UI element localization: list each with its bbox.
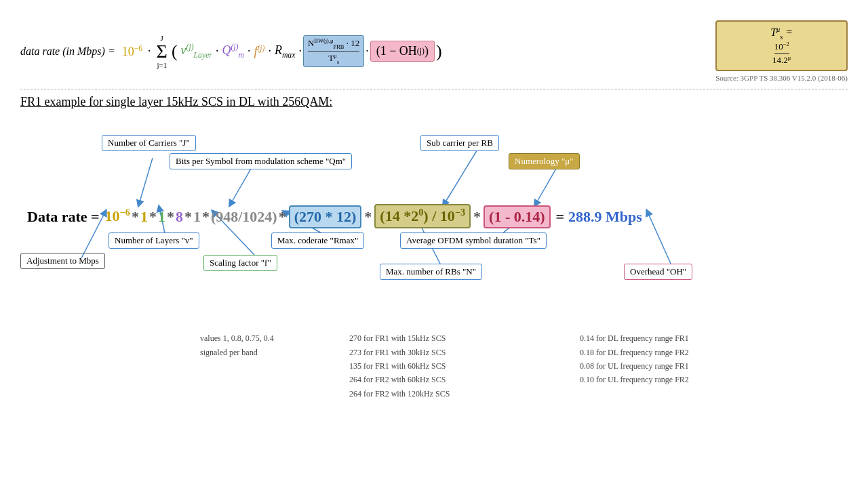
r-term: Rmax <box>275 43 295 60</box>
m1: * <box>132 208 139 226</box>
ts-label: Tμs = <box>770 26 793 41</box>
max-coderate-label: Max. coderate "Rmax" <box>271 232 364 249</box>
num-layers-label: Number of Layers "v" <box>108 232 199 249</box>
dot2: · <box>248 44 251 58</box>
dr-label: Data rate = <box>27 208 100 226</box>
svg-line-1 <box>231 169 251 204</box>
page-container: data rate (in Mbps) = 10−6 · J Σ j=1 ( v… <box>0 0 868 488</box>
dr-pink-box: (1 - 0.14) <box>484 205 550 228</box>
ts-den: 14.2μ <box>772 54 791 66</box>
top-formula-section: data rate (in Mbps) = 10−6 · J Σ j=1 ( v… <box>20 20 848 82</box>
formula-label: data rate (in Mbps) = <box>20 45 115 58</box>
dot5: · <box>366 44 369 58</box>
m7: * <box>364 208 372 226</box>
diagram-area: Number of Carriers "J" Bits per Symbol f… <box>20 123 848 407</box>
num-carriers-label: Number of Carriers "J" <box>102 135 196 151</box>
close-paren: ) <box>436 41 442 62</box>
side-box-container: Tμs = 10−2 14.2μ Source: 3GPP TS 38.306 … <box>715 20 848 82</box>
dr-result: 288.9 Mbps <box>568 208 642 226</box>
dr-1e-6: 10−6 <box>105 207 130 225</box>
svg-line-10 <box>648 212 671 265</box>
blue-den: Tμs <box>328 52 339 65</box>
m3: * <box>167 208 174 226</box>
bits-per-symbol-label: Bits per Symbol from modulation scheme "… <box>170 153 352 169</box>
formula-dot: · <box>148 44 151 58</box>
m6: * <box>279 208 286 226</box>
blue-fraction-box: NBW(j),μPRB · 12 Tμs <box>303 35 364 67</box>
v-term: v(j)Layer <box>181 43 212 60</box>
ts-fraction: 10−2 14.2μ <box>772 41 791 66</box>
fr1-title: FR1 example for single layer 15kHz SCS i… <box>20 95 848 109</box>
dr-eq: = <box>556 208 565 226</box>
rbs-note: 270 for FR1 with 15kHz SCS 273 for FR1 w… <box>349 331 526 401</box>
data-rate-line: Data rate = 10−6 * 1 * 1 * 8 * 1 * (948/… <box>27 204 642 228</box>
blue-num: NBW(j),μPRB · 12 <box>308 37 359 52</box>
adjustment-label: Adjustment to Mbps <box>20 253 105 269</box>
m5: * <box>202 208 210 226</box>
sum-bot: j=1 <box>157 61 167 69</box>
max-rbs-label: Max. number of RBs "N" <box>380 264 482 280</box>
formula-main: data rate (in Mbps) = 10−6 · J Σ j=1 ( v… <box>20 34 443 69</box>
dr-t4: 1 <box>193 208 201 226</box>
dr-khaki-box: (14 *20) / 10−3 <box>374 204 471 228</box>
oh-note-col: 0.14 for DL frequency range FR1 0.18 for… <box>580 331 783 401</box>
f-term: f(j) <box>254 44 264 59</box>
formula-scaling: 10−6 <box>122 44 142 59</box>
svg-line-0 <box>139 158 153 204</box>
avg-ofdm-label: Average OFDM symbol duration "Ts" <box>400 232 547 249</box>
scaling-note: values 1, 0.8, 0.75, 0.4signaled per ban… <box>200 331 322 359</box>
m4: * <box>184 208 192 226</box>
scaling-note-col: values 1, 0.8, 0.75, 0.4signaled per ban… <box>200 331 322 401</box>
dr-t1: 1 <box>140 208 148 226</box>
dr-t5: (948/1024) <box>211 208 277 226</box>
notes-section: values 1, 0.8, 0.75, 0.4signaled per ban… <box>20 331 848 401</box>
rbs-note-col: 270 for FR1 with 15kHz SCS 273 for FR1 w… <box>349 331 526 401</box>
dot4: · <box>298 44 302 58</box>
dot1: · <box>216 44 219 58</box>
open-paren: ( <box>172 41 178 62</box>
svg-line-3 <box>536 169 556 204</box>
dr-t2: 1 <box>158 208 165 226</box>
svg-line-2 <box>444 143 481 204</box>
oh-note: 0.14 for DL frequency range FR1 0.18 for… <box>580 331 783 387</box>
divider <box>20 89 848 89</box>
numerology-label: Numerology "μ" <box>509 153 580 169</box>
scaling-label: Scaling factor "f" <box>203 255 277 271</box>
dot3: · <box>268 44 271 58</box>
formula-sum: J Σ j=1 <box>157 34 167 69</box>
source-text: Source: 3GPP TS 38.306 V15.2.0 (2018-06) <box>715 74 848 82</box>
m8: * <box>473 208 481 226</box>
overhead-label: Overhead "OH" <box>624 264 692 280</box>
dr-t3: 8 <box>176 208 183 226</box>
ts-num: 10−2 <box>774 41 789 54</box>
sum-symbol: Σ <box>157 42 167 61</box>
m2: * <box>149 208 157 226</box>
q-term: Q(j)m <box>222 43 243 60</box>
ts-box: Tμs = 10−2 14.2μ <box>715 20 848 71</box>
pink-oh-box: (1 − OH(j)) <box>370 41 435 62</box>
sub-carrier-label: Sub carrier per RB <box>420 135 499 151</box>
dr-blue-box: (270 * 12) <box>289 205 362 228</box>
